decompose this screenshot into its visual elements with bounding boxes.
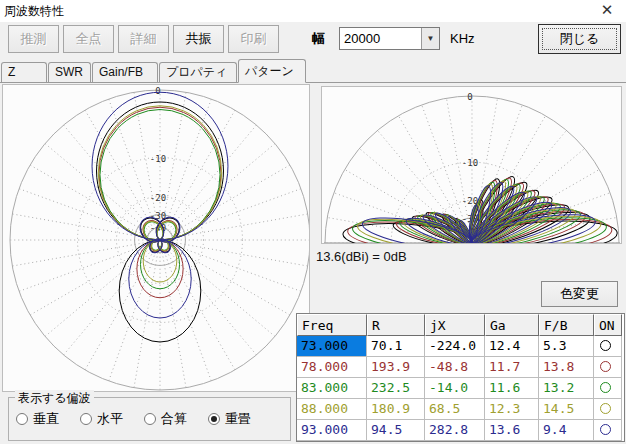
table-cell[interactable]: -14.0 bbox=[425, 378, 485, 399]
on-toggle-icon[interactable] bbox=[600, 361, 611, 372]
azimuth-pattern-plot: 0-10-20-30-40 bbox=[2, 84, 310, 392]
on-cell[interactable] bbox=[594, 378, 622, 399]
table-cell[interactable]: 5.3 bbox=[539, 336, 594, 357]
all-points-button[interactable]: 全点 bbox=[63, 25, 114, 53]
table-cell[interactable]: 70.1 bbox=[367, 336, 425, 357]
width-value: 20000 bbox=[344, 28, 380, 49]
radio-checked-icon[interactable] bbox=[208, 413, 220, 425]
on-cell[interactable] bbox=[594, 336, 622, 357]
column-header[interactable]: R bbox=[367, 314, 425, 336]
polarization-legend: 表示する偏波 bbox=[15, 390, 94, 407]
print-button[interactable]: 印刷 bbox=[228, 25, 279, 53]
radio-icon[interactable] bbox=[144, 413, 156, 425]
table-cell[interactable]: -224.0 bbox=[425, 336, 485, 357]
table-cell[interactable]: 9.4 bbox=[539, 420, 594, 441]
table-row: 83.000232.5-14.011.613.2 bbox=[297, 378, 624, 399]
column-header[interactable]: jX bbox=[425, 314, 485, 336]
on-toggle-icon[interactable] bbox=[600, 340, 611, 351]
on-toggle-icon[interactable] bbox=[600, 382, 611, 393]
radio-icon[interactable] bbox=[80, 413, 92, 425]
table-cell[interactable]: 13.8 bbox=[539, 357, 594, 378]
tab-swr[interactable]: SWR bbox=[48, 62, 91, 82]
table-cell[interactable]: 68.5 bbox=[425, 399, 485, 420]
frequency-characteristics-window: { "window": { "title": "周波数特性" }, "icons… bbox=[0, 0, 626, 444]
tab-gain-fb[interactable]: Gain/FB bbox=[92, 62, 158, 82]
tab-z[interactable]: Z bbox=[1, 62, 47, 82]
tab-strip: Z SWR Gain/FB プロパティ パターン bbox=[0, 59, 626, 83]
svg-text:0: 0 bbox=[155, 86, 160, 96]
gain-reference-note: 13.6(dBi) = 0dB bbox=[316, 249, 407, 264]
polarization-groupbox: 表示する偏波 垂直 水平 合算 重畳 bbox=[8, 397, 291, 441]
table-cell[interactable]: 13.2 bbox=[539, 378, 594, 399]
table-cell[interactable]: 12.4 bbox=[485, 336, 539, 357]
table-cell[interactable]: 11.6 bbox=[485, 378, 539, 399]
on-cell[interactable] bbox=[594, 420, 622, 441]
unit-label: KHz bbox=[450, 25, 475, 53]
table-cell[interactable]: 180.9 bbox=[367, 399, 425, 420]
table-cell[interactable]: 73.000 bbox=[297, 336, 367, 357]
table-cell[interactable]: 83.000 bbox=[297, 378, 367, 399]
close-icon[interactable]: ✕ bbox=[594, 0, 620, 22]
radio-icon[interactable] bbox=[16, 413, 28, 425]
table-cell[interactable]: 193.9 bbox=[367, 357, 425, 378]
radio-overlay[interactable]: 重畳 bbox=[208, 411, 251, 427]
on-toggle-icon[interactable] bbox=[600, 424, 611, 435]
window-title: 周波数特性 bbox=[4, 0, 64, 22]
svg-text:-20: -20 bbox=[150, 193, 166, 203]
svg-text:-10: -10 bbox=[462, 158, 478, 168]
table-cell[interactable]: 78.000 bbox=[297, 357, 367, 378]
tab-property[interactable]: プロパティ bbox=[159, 62, 237, 82]
table-row: 88.000180.968.512.314.5 bbox=[297, 399, 624, 420]
table-header: FreqRjXGaF/BON bbox=[297, 314, 624, 336]
table-cell[interactable]: 232.5 bbox=[367, 378, 425, 399]
table-row: 78.000193.9-48.811.713.8 bbox=[297, 357, 624, 378]
chevron-down-icon[interactable]: ▼ bbox=[421, 28, 439, 49]
table-row: 73.00070.1-224.012.45.3 bbox=[297, 336, 624, 357]
table-cell[interactable]: 93.000 bbox=[297, 420, 367, 441]
table-cell[interactable]: -48.8 bbox=[425, 357, 485, 378]
table-row: 93.00094.5282.813.69.4 bbox=[297, 420, 624, 441]
detail-button[interactable]: 詳細 bbox=[118, 25, 169, 53]
svg-text:-10: -10 bbox=[150, 154, 166, 164]
column-header[interactable]: F/B bbox=[539, 314, 594, 336]
on-toggle-icon[interactable] bbox=[600, 403, 611, 414]
table-cell[interactable]: 282.8 bbox=[425, 420, 485, 441]
radio-horizontal[interactable]: 水平 bbox=[80, 411, 123, 427]
radio-vertical[interactable]: 垂直 bbox=[16, 411, 59, 427]
column-header[interactable]: Ga bbox=[485, 314, 539, 336]
tab-pattern[interactable]: パターン bbox=[238, 59, 306, 83]
width-select[interactable]: 20000 ▼ bbox=[339, 27, 440, 50]
table-cell[interactable]: 88.000 bbox=[297, 399, 367, 420]
column-header[interactable]: ON bbox=[594, 314, 622, 336]
table-cell[interactable]: 13.6 bbox=[485, 420, 539, 441]
elevation-pattern-plot: 0-10-20-30-40 bbox=[321, 86, 622, 244]
radio-combined[interactable]: 合算 bbox=[144, 411, 187, 427]
change-color-button[interactable]: 色変更 bbox=[541, 281, 618, 307]
table-cell[interactable]: 14.5 bbox=[539, 399, 594, 420]
table-cell[interactable]: 11.7 bbox=[485, 357, 539, 378]
table-cell[interactable]: 12.3 bbox=[485, 399, 539, 420]
estimate-button[interactable]: 推測 bbox=[8, 25, 59, 53]
on-cell[interactable] bbox=[594, 357, 622, 378]
close-dialog-button[interactable]: 閉じる bbox=[538, 24, 621, 54]
width-label: 幅 bbox=[312, 25, 325, 53]
title-bar: 周波数特性 ✕ bbox=[0, 0, 626, 22]
resonance-button[interactable]: 共振 bbox=[173, 25, 224, 53]
svg-text:0: 0 bbox=[467, 92, 472, 102]
freq-table: FreqRjXGaF/BON73.00070.1-224.012.45.378.… bbox=[296, 313, 625, 442]
column-header[interactable]: Freq bbox=[297, 314, 367, 336]
table-cell[interactable]: 94.5 bbox=[367, 420, 425, 441]
on-cell[interactable] bbox=[594, 399, 622, 420]
